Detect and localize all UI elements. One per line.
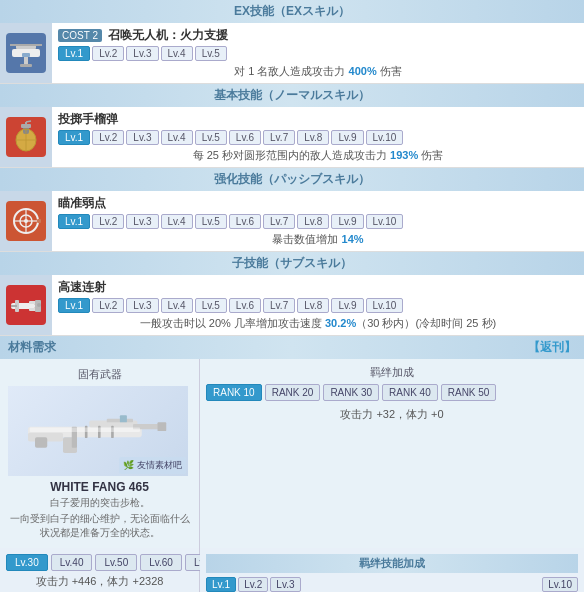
- machinegun-icon: [9, 288, 43, 322]
- passive-skill-section: 强化技能（パッシブスキル） 瞄准弱点 Lv.1 Lv.2 Lv: [0, 168, 584, 252]
- passive-level-6[interactable]: Lv.6: [229, 214, 261, 229]
- ex-skill-icon-area: [0, 23, 52, 83]
- weapon-image-area: 🌿 友情素材吧: [8, 386, 188, 476]
- ex-skill-levels: Lv.1 Lv.2 Lv.3 Lv.4 Lv.5: [58, 46, 578, 61]
- bottom-section: Lv.30 Lv.40 Lv.50 Lv.60 Lv.70 攻击力 +446，体…: [0, 548, 584, 592]
- sub-level-1[interactable]: Lv.1: [58, 298, 90, 313]
- sub-level-10[interactable]: Lv.10: [366, 298, 404, 313]
- level-buttons-row: Lv.30 Lv.40 Lv.50 Lv.60 Lv.70: [6, 554, 193, 571]
- weapon-name: WHITE FANG 465: [8, 480, 191, 494]
- ex-level-5[interactable]: Lv.5: [195, 46, 227, 61]
- passive-level-5[interactable]: Lv.5: [195, 214, 227, 229]
- materials-body: 固有武器: [0, 359, 584, 548]
- level-stat: 攻击力 +446，体力 +2328: [6, 574, 193, 589]
- ex-skill-cost: COST 2: [58, 29, 102, 42]
- svg-rect-4: [20, 64, 32, 67]
- helicopter-icon: [8, 35, 44, 71]
- normal-level-4[interactable]: Lv.4: [161, 130, 193, 145]
- ex-level-3[interactable]: Lv.3: [126, 46, 158, 61]
- passive-level-3[interactable]: Lv.3: [126, 214, 158, 229]
- rank-50-btn[interactable]: RANK 50: [441, 384, 497, 401]
- sub-level-9[interactable]: Lv.9: [331, 298, 363, 313]
- passive-skill-desc: 暴击数值增加 14%: [58, 232, 578, 247]
- svg-rect-32: [158, 422, 167, 431]
- normal-level-7[interactable]: Lv.7: [263, 130, 295, 145]
- sub-skill-levels: Lv.1 Lv.2 Lv.3 Lv.4 Lv.5 Lv.6 Lv.7 Lv.8 …: [58, 298, 578, 313]
- svg-rect-5: [22, 53, 30, 57]
- normal-skill-name: 投掷手榴弹: [58, 111, 118, 128]
- normal-level-6[interactable]: Lv.6: [229, 130, 261, 145]
- materials-header: 材料需求 【返刊】: [0, 336, 584, 359]
- sub-skill-name: 高速连射: [58, 279, 106, 296]
- passive-level-buttons: Lv.1 Lv.2 Lv.3 Lv.10: [206, 577, 578, 592]
- normal-level-5[interactable]: Lv.5: [195, 130, 227, 145]
- passive-lv3-btn[interactable]: Lv.3: [270, 577, 300, 592]
- ex-skill-name: 召唤无人机：火力支援: [108, 27, 228, 44]
- passive-level-8[interactable]: Lv.8: [297, 214, 329, 229]
- normal-level-9[interactable]: Lv.9: [331, 130, 363, 145]
- normal-level-1[interactable]: Lv.1: [58, 130, 90, 145]
- rank-40-btn[interactable]: RANK 40: [382, 384, 438, 401]
- bonus-section: 羁绊加成 RANK 10 RANK 20 RANK 30 RANK 40 RAN…: [200, 359, 584, 548]
- sub-level-3[interactable]: Lv.3: [126, 298, 158, 313]
- level-section: Lv.30 Lv.40 Lv.50 Lv.60 Lv.70 攻击力 +446，体…: [0, 548, 200, 592]
- ex-level-1[interactable]: Lv.1: [58, 46, 90, 61]
- passive-level-1[interactable]: Lv.1: [58, 214, 90, 229]
- normal-level-3[interactable]: Lv.3: [126, 130, 158, 145]
- return-button[interactable]: 【返刊】: [528, 339, 576, 356]
- passive-lv10-btn[interactable]: Lv.10: [542, 577, 578, 592]
- passive-level-4[interactable]: Lv.4: [161, 214, 193, 229]
- level-60-btn[interactable]: Lv.60: [140, 554, 182, 571]
- ex-skill-section: EX技能（EXスキル） COST 2 召唤无人机：火力支援 Lv.1: [0, 0, 584, 84]
- normal-skill-icon-area: [0, 107, 52, 167]
- rank-10-btn[interactable]: RANK 10: [206, 384, 262, 401]
- ex-skill-desc: 对 1 名敌人造成攻击力 400% 伤害: [58, 64, 578, 79]
- passive-skill-levels: Lv.1 Lv.2 Lv.3 Lv.4 Lv.5 Lv.6 Lv.7 Lv.8 …: [58, 214, 578, 229]
- weapon-title: 固有武器: [8, 367, 191, 382]
- passive-bonus-header: 羁绊技能加成: [206, 554, 578, 573]
- svg-point-18: [24, 219, 28, 223]
- sub-skill-icon-area: [0, 275, 52, 335]
- rank-20-btn[interactable]: RANK 20: [265, 384, 321, 401]
- normal-skill-levels: Lv.1 Lv.2 Lv.3 Lv.4 Lv.5 Lv.6 Lv.7 Lv.8 …: [58, 130, 578, 145]
- rank-30-btn[interactable]: RANK 30: [323, 384, 379, 401]
- passive-level-2[interactable]: Lv.2: [92, 214, 124, 229]
- sub-level-2[interactable]: Lv.2: [92, 298, 124, 313]
- normal-level-10[interactable]: Lv.10: [366, 130, 404, 145]
- sub-skill-header: 子技能（サブスキル）: [0, 252, 584, 275]
- sub-level-6[interactable]: Lv.6: [229, 298, 261, 313]
- weapon-section: 固有武器: [0, 359, 200, 548]
- passive-skill-header: 强化技能（パッシブスキル）: [0, 168, 584, 191]
- normal-level-2[interactable]: Lv.2: [92, 130, 124, 145]
- sub-level-4[interactable]: Lv.4: [161, 298, 193, 313]
- normal-skill-content: 投掷手榴弹 Lv.1 Lv.2 Lv.3 Lv.4 Lv.5 Lv.6 Lv.7…: [52, 107, 584, 167]
- materials-section: 材料需求 【返刊】 固有武器: [0, 336, 584, 592]
- sub-skill-content: 高速连射 Lv.1 Lv.2 Lv.3 Lv.4 Lv.5 Lv.6 Lv.7 …: [52, 275, 584, 335]
- sub-level-5[interactable]: Lv.5: [195, 298, 227, 313]
- passive-bonus-section: 羁绊技能加成 Lv.1 Lv.2 Lv.3 Lv.10 暴击数值增加 100 素…: [200, 548, 584, 592]
- passive-lv2-btn[interactable]: Lv.2: [238, 577, 268, 592]
- passive-skill-content: 瞄准弱点 Lv.1 Lv.2 Lv.3 Lv.4 Lv.5 Lv.6 Lv.7 …: [52, 191, 584, 251]
- level-50-btn[interactable]: Lv.50: [95, 554, 137, 571]
- level-40-btn[interactable]: Lv.40: [51, 554, 93, 571]
- normal-skill-section: 基本技能（ノーマルスキル） 投掷手榴弹 Lv.1: [0, 84, 584, 168]
- sub-level-8[interactable]: Lv.8: [297, 298, 329, 313]
- svg-rect-34: [35, 437, 47, 448]
- weapon-image: [18, 396, 178, 466]
- svg-line-10: [26, 121, 31, 122]
- passive-level-9[interactable]: Lv.9: [331, 214, 363, 229]
- passive-skill-name: 瞄准弱点: [58, 195, 106, 212]
- weapon-subdesc-2: 一向受到白子的细心维护，无论面临什么状况都是准备万全的状态。: [8, 512, 191, 540]
- ex-level-2[interactable]: Lv.2: [92, 46, 124, 61]
- level-30-btn[interactable]: Lv.30: [6, 554, 48, 571]
- passive-level-7[interactable]: Lv.7: [263, 214, 295, 229]
- normal-level-8[interactable]: Lv.8: [297, 130, 329, 145]
- ex-level-4[interactable]: Lv.4: [161, 46, 193, 61]
- bonus-title: 羁绊加成: [206, 365, 578, 380]
- normal-skill-desc: 每 25 秒对圆形范围内的敌人造成攻击力 193% 伤害: [58, 148, 578, 163]
- passive-level-10[interactable]: Lv.10: [366, 214, 404, 229]
- svg-rect-25: [11, 305, 17, 307]
- passive-lv1-btn[interactable]: Lv.1: [206, 577, 236, 592]
- sub-level-7[interactable]: Lv.7: [263, 298, 295, 313]
- grenade-icon: [9, 120, 43, 154]
